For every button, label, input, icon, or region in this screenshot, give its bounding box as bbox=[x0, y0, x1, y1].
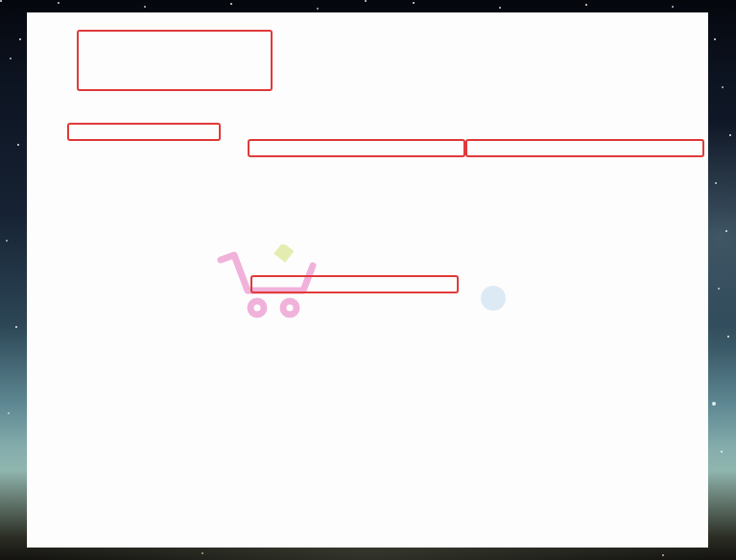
desktop-background: { "colors": { "highlight_red": "#e03a3a"… bbox=[0, 0, 736, 560]
statistics-table bbox=[27, 12, 708, 548]
report-panel bbox=[27, 12, 708, 548]
background-stars bbox=[0, 0, 2, 2]
